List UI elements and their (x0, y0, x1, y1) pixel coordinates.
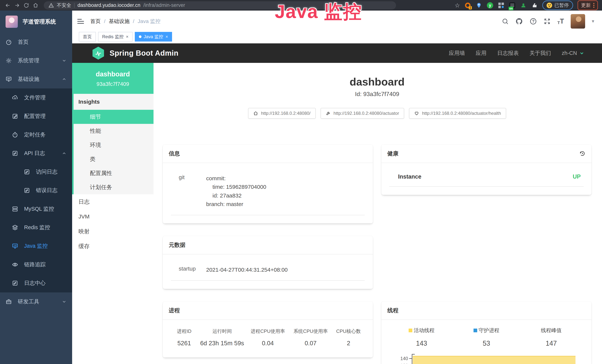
update-button[interactable]: 更新 (578, 0, 598, 10)
puzzle-icon[interactable] (531, 2, 538, 9)
spring-boot-admin-logo-icon[interactable] (93, 47, 104, 60)
forward-icon[interactable] (13, 2, 21, 9)
sba-nav-applications[interactable]: 应用 (476, 50, 486, 57)
search-icon[interactable] (502, 18, 509, 25)
extension-orange-icon[interactable]: 1 (464, 2, 471, 9)
close-icon[interactable]: × (165, 34, 168, 39)
fullscreen-icon[interactable] (544, 18, 551, 25)
back-icon[interactable] (4, 2, 11, 9)
breadcrumb-infra[interactable]: 基础设施 (109, 18, 129, 25)
service-url-chip[interactable]: http://192.168.0.2:48080/ (248, 108, 316, 119)
sidebar-item-home[interactable]: 首页 (0, 33, 72, 51)
hamburger-icon[interactable] (77, 19, 84, 24)
sba-main: dashboard Id: 93a3fc7f7409 http://192.16… (153, 63, 602, 364)
app-logo-row[interactable]: 芋道管理系统 (0, 11, 72, 33)
sba-item-metrics[interactable]: 性能 (74, 124, 153, 138)
sidebar-item-log-center[interactable]: 日志中心 (0, 274, 72, 292)
sba-item-logs[interactable]: 日志 (72, 194, 153, 209)
sidebar-item-infra[interactable]: 基础设施 (0, 70, 72, 88)
language-selector[interactable]: zh-CN (562, 50, 584, 56)
chevron-up-icon (62, 151, 66, 156)
github-icon[interactable] (516, 18, 523, 25)
instance-id: Id: 93a3fc7f7409 (163, 91, 591, 97)
info-value: commit: time: 1596289704000 id: 27aa832 … (206, 174, 266, 209)
actuator-url-chip[interactable]: http://192.168.0.2:48080/actuator (321, 108, 404, 119)
kebab-menu-icon[interactable] (593, 3, 594, 8)
avatar-caret-icon[interactable]: ▾ (592, 18, 594, 24)
sba-item-mappings[interactable]: 映射 (72, 224, 153, 239)
doc-edit-icon (12, 280, 18, 286)
status-badge: UP (573, 173, 581, 180)
paused-pill[interactable]: 已暂停 (542, 0, 573, 10)
sba-nav-wallboard[interactable]: 应用墙 (449, 50, 465, 57)
sba-item-jvm[interactable]: JVM (72, 209, 153, 224)
reload-icon[interactable] (23, 2, 30, 9)
sba-insights-group: Insights 细节 性能 环境 类 配置属性 计划任务 (72, 94, 153, 194)
gauge-icon (6, 39, 12, 45)
extension-y-icon[interactable]: y (487, 2, 493, 9)
breadcrumb-home[interactable]: 首页 (90, 18, 101, 25)
sba-app-header[interactable]: dashboard 93a3fc7f7409 (72, 63, 153, 94)
history-icon[interactable] (579, 150, 585, 157)
sidebar-item-jobs[interactable]: 定时任务 (0, 126, 72, 144)
help-icon[interactable]: ? (529, 18, 537, 25)
chevron-down-icon (62, 58, 66, 63)
sidebar-item-error-log[interactable]: 错误日志 (0, 181, 72, 200)
sba-item-scheduled-tasks[interactable]: 计划任务 (74, 180, 153, 194)
sidebar-item-access-log[interactable]: 访问日志 (0, 163, 72, 181)
info-panel: 信息 git commit: time: 1596289704000 id: 2 (163, 145, 373, 224)
tab-home[interactable]: 首页 (79, 32, 96, 42)
sidebar-item-trace[interactable]: 链路追踪 (0, 255, 72, 274)
extension-person-icon[interactable] (520, 2, 527, 9)
url-host[interactable]: dashboard.yudao.iocoder.cn (77, 2, 140, 8)
sba-item-environment[interactable]: 环境 (74, 138, 153, 152)
app-logo-avatar (6, 16, 18, 28)
app-title: 芋道管理系统 (23, 18, 56, 26)
sba-item-caches[interactable]: 缓存 (72, 239, 153, 254)
layers-icon (12, 224, 18, 231)
infra-submenu: 文件管理 配置管理 定时任务 API 日志 (0, 88, 72, 292)
sba-group-label: Insights (74, 94, 153, 110)
daemon-threads-legend-icon (473, 329, 477, 332)
sba-item-details[interactable]: 细节 (74, 110, 153, 124)
sidebar-item-redis[interactable]: Redis 监控 (0, 218, 72, 237)
process-table: 进程ID 5261 运行时间 6d 23h 15m 59s (171, 327, 365, 349)
home-icon[interactable] (32, 2, 39, 9)
extension-tampermonkey-icon[interactable]: on (509, 2, 516, 9)
chevron-up-icon (62, 77, 66, 82)
health-panel: 健康 Instance UP (381, 145, 591, 195)
sidebar-item-mysql[interactable]: MySQL 监控 (0, 200, 72, 218)
sba-nav-journal[interactable]: 日志报表 (497, 50, 519, 57)
sba-navbar: Spring Boot Admin 应用墙 应用 日志报表 关于我们 zh-CN (72, 43, 602, 63)
process-col-header: CPU核心数 (332, 328, 365, 334)
extension-pin-icon[interactable] (475, 2, 482, 9)
extension-grid-icon[interactable] (498, 2, 505, 9)
sidebar-item-api-log[interactable]: API 日志 (0, 144, 72, 163)
sba-nav-about[interactable]: 关于我们 (529, 50, 551, 57)
extension-badge: 1 (469, 6, 472, 10)
security-label[interactable]: 不安全 (57, 2, 71, 9)
live-threads-legend-icon (409, 329, 412, 332)
chevron-down-icon (579, 51, 584, 56)
sidebar-item-dev-tools[interactable]: 研发工具 (0, 292, 72, 311)
live-threads-area (413, 356, 575, 364)
sidebar-item-files[interactable]: 文件管理 (0, 88, 72, 107)
font-size-icon[interactable]: TT (557, 17, 564, 25)
tab-redis-monitor[interactable]: Redis 监控 × (98, 32, 133, 42)
sidebar-item-system[interactable]: 系统管理 (0, 51, 72, 70)
sba-brand[interactable]: Spring Boot Admin (109, 49, 178, 57)
user-avatar[interactable] (571, 14, 585, 29)
close-icon[interactable]: × (126, 34, 129, 39)
doc-edit-icon (24, 169, 30, 175)
eye-icon (12, 261, 18, 268)
tab-java-monitor[interactable]: Java 监控 × (135, 32, 172, 42)
sba-item-classes[interactable]: 类 (74, 152, 153, 166)
url-path[interactable]: /infra/admin-server (143, 2, 185, 8)
health-url-chip[interactable]: http://192.168.0.2:48080/actuator/health (409, 108, 506, 119)
cpu-cores-value: 2 (332, 340, 365, 347)
sidebar-item-java-monitor[interactable]: Java 监控 (0, 237, 72, 255)
bookmark-star-icon[interactable]: ☆ (455, 2, 460, 9)
sidebar-item-config[interactable]: 配置管理 (0, 107, 72, 126)
instance-label[interactable]: Instance (398, 173, 421, 180)
sba-item-config-props[interactable]: 配置属性 (74, 166, 153, 180)
